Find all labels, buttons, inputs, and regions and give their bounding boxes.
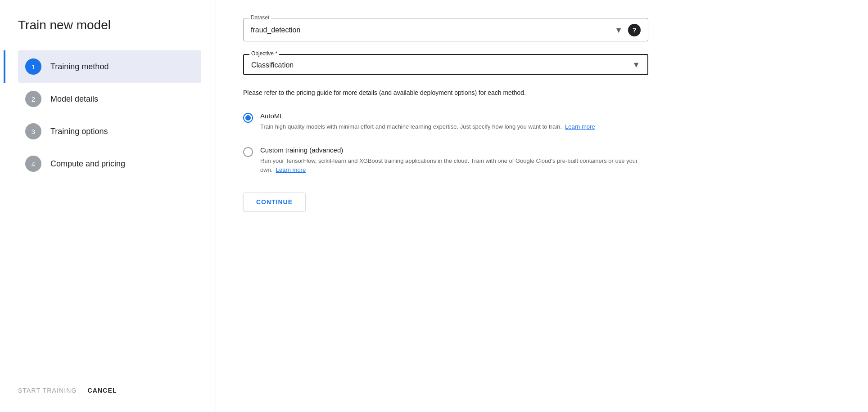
sidebar: Train new model 1 Training method 2 Mode…: [0, 0, 216, 412]
automl-learn-more-link[interactable]: Learn more: [565, 123, 595, 130]
custom-description: Run your TensorFlow, scikit-learn and XG…: [260, 157, 648, 175]
main-content: Dataset fraud_detection ▼ ? Objective * …: [216, 0, 868, 412]
automl-radio[interactable]: [243, 113, 253, 123]
objective-dropdown-icon[interactable]: ▼: [632, 60, 640, 70]
step-label-3: Training options: [50, 127, 108, 136]
custom-training-option[interactable]: Custom training (advanced) Run your Tens…: [243, 146, 648, 175]
step-label-4: Compute and pricing: [50, 159, 125, 169]
dataset-label: Dataset: [249, 14, 271, 21]
dataset-field-actions: ▼ ?: [615, 24, 641, 36]
step-badge-1: 1: [25, 58, 41, 75]
custom-learn-more-link[interactable]: Learn more: [276, 166, 306, 173]
objective-value: Classification: [251, 61, 632, 69]
step-badge-4: 4: [25, 156, 41, 172]
sidebar-actions: START TRAINING CANCEL: [18, 387, 201, 394]
custom-title: Custom training (advanced): [260, 146, 648, 154]
cancel-button[interactable]: CANCEL: [88, 387, 117, 394]
automl-content: AutoML Train high quality models with mi…: [260, 112, 648, 131]
dataset-field[interactable]: Dataset fraud_detection ▼ ?: [243, 18, 648, 41]
start-training-button[interactable]: START TRAINING: [18, 387, 77, 394]
automl-option[interactable]: AutoML Train high quality models with mi…: [243, 112, 648, 131]
step-label-1: Training method: [50, 62, 108, 72]
dataset-help-icon[interactable]: ?: [628, 24, 641, 36]
step-label-2: Model details: [50, 94, 98, 104]
objective-field-group: Objective * Classification ▼: [243, 54, 832, 75]
step-item-1[interactable]: 1 Training method: [18, 50, 201, 83]
dataset-value: fraud_detection: [251, 26, 615, 34]
step-item-4[interactable]: 4 Compute and pricing: [18, 148, 201, 180]
custom-content: Custom training (advanced) Run your Tens…: [260, 146, 648, 175]
step-item-2[interactable]: 2 Model details: [18, 83, 201, 115]
page-title: Train new model: [18, 18, 201, 32]
automl-radio-inner: [245, 115, 251, 121]
dataset-field-group: Dataset fraud_detection ▼ ?: [243, 18, 832, 41]
objective-label: Objective *: [249, 50, 279, 57]
step-list: 1 Training method 2 Model details 3 Trai…: [18, 50, 201, 365]
automl-title: AutoML: [260, 112, 648, 120]
dataset-dropdown-icon[interactable]: ▼: [615, 26, 623, 35]
step-badge-2: 2: [25, 91, 41, 107]
automl-description: Train high quality models with minimal e…: [260, 122, 648, 131]
step-item-3[interactable]: 3 Training options: [18, 115, 201, 148]
pricing-note: Please refer to the pricing guide for mo…: [243, 88, 648, 98]
objective-field[interactable]: Objective * Classification ▼: [243, 54, 648, 75]
custom-radio[interactable]: [243, 147, 253, 157]
continue-button[interactable]: CONTINUE: [243, 193, 306, 211]
step-badge-3: 3: [25, 123, 41, 139]
